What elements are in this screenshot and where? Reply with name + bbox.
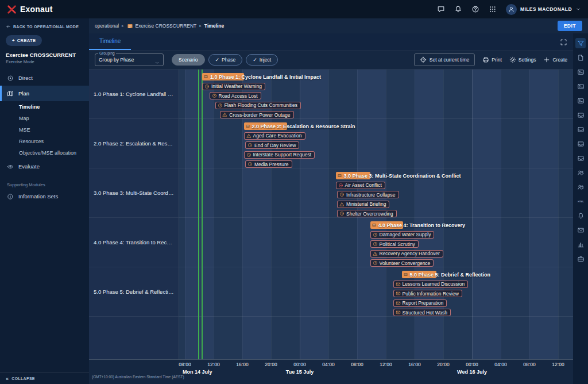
mail-icon <box>396 282 401 287</box>
rail-tray-icon[interactable] <box>575 110 586 120</box>
app-window: Exonaut MILES MACDONALD BACK TO OPERATIO… <box>0 0 588 384</box>
clock-icon <box>373 232 378 237</box>
alert-icon <box>338 183 343 188</box>
rail-tray-icon[interactable] <box>575 153 586 163</box>
warning-icon <box>373 251 378 256</box>
back-to-operational-mode-link[interactable]: BACK TO OPERATIONAL MODE <box>0 18 89 29</box>
grouping-select[interactable]: Grouping Group by Phase <box>95 53 164 66</box>
inject-chip[interactable]: Shelter Overcrowding <box>337 210 397 217</box>
print-button[interactable]: Print <box>482 56 501 63</box>
fullscreen-icon[interactable] <box>560 38 567 45</box>
clock-icon <box>246 152 252 158</box>
gantt-plot[interactable]: 1.0 Phase 1: Cyclone Landfall & Initial … <box>179 70 573 359</box>
inject-chip[interactable]: Interstate Support Request <box>244 151 315 159</box>
filter-chip-inject[interactable]: ✓Inject <box>246 54 278 66</box>
sidebar-item-direct[interactable]: Direct <box>0 70 89 86</box>
breadcrumb-exercise[interactable]: Exercise CROSSCURRENT <box>127 23 197 29</box>
filter-chip-scenario[interactable]: Scenario <box>172 54 205 66</box>
inject-chip[interactable]: Ministerial Briefing <box>337 201 389 208</box>
timeline-toolbar: Grouping Group by Phase Scenario✓Phase✓I… <box>89 51 573 69</box>
breadcrumb-separator: ▸ <box>122 24 124 28</box>
inject-chip[interactable]: Lessons Learned Discussion <box>393 281 469 288</box>
collapse-button[interactable]: « COLLAPSE <box>0 373 89 384</box>
inject-chip[interactable]: Public Information Review <box>393 290 462 297</box>
inject-chip[interactable]: Air Asset Conflict <box>336 182 385 189</box>
timezone-note: (GMT+10:00) Australian Eastern Standard … <box>92 375 184 379</box>
info-icon <box>7 193 14 200</box>
inject-chip[interactable]: Recovery Agency Handover <box>370 250 443 258</box>
edit-button[interactable]: EDIT <box>558 21 582 31</box>
inject-chip[interactable]: Political Scrutiny <box>370 240 419 248</box>
plus-icon <box>543 56 550 63</box>
back-label: BACK TO OPERATIONAL MODE <box>13 25 79 29</box>
phase-bar[interactable]: 5.0 Phase 5: Debrief & Reflection <box>402 271 436 278</box>
rail-mail-icon[interactable] <box>575 225 586 235</box>
sidebar-item-resources[interactable]: Resources <box>0 136 89 147</box>
time-axis-labels: 08:0012:0016:0020:0000:0004:0008:0012:00… <box>179 360 573 384</box>
inject-chip[interactable]: Media Pressure <box>245 160 292 168</box>
inject-chip[interactable]: Infrastructure Collapse <box>337 191 399 198</box>
rail-users-icon[interactable] <box>575 182 586 192</box>
phase-bar[interactable]: 1.0 Phase 1: Cyclone Landfall & Initial … <box>202 73 244 80</box>
gantt-row-label: 2.0 Phase 2: Escalation & Resource Strai… <box>89 119 179 168</box>
rail-html-icon[interactable]: HTML <box>575 196 586 206</box>
help-icon[interactable] <box>471 5 479 13</box>
sidebar-item-mse[interactable]: MSE <box>0 124 89 136</box>
clock-icon <box>212 93 217 98</box>
user-menu[interactable]: MILES MACDONALD <box>506 4 581 15</box>
inject-chip[interactable]: Cross-border Power Outage <box>220 111 293 118</box>
phase-bar[interactable]: 2.0 Phase 2: Escalation & Resource Strai… <box>244 122 287 130</box>
inject-chip[interactable]: Flash Flooding Cuts Communities <box>215 102 301 109</box>
sidebar-item-timeline[interactable]: Timeline <box>0 101 89 113</box>
target-icon <box>7 75 14 82</box>
axis-tick-label: 08:00 <box>179 362 191 367</box>
rail-chart-icon[interactable] <box>575 239 586 249</box>
sidebar-item-map[interactable]: Map <box>0 113 89 124</box>
inject-chip[interactable]: Road Access Lost <box>210 92 261 99</box>
filter-chip-phase[interactable]: ✓Phase <box>208 54 243 66</box>
rail-filter-icon[interactable] <box>575 38 586 48</box>
inject-chip[interactable]: End of Day Review <box>245 141 299 149</box>
set-at-current-time-button[interactable]: Set at current time <box>414 53 475 66</box>
chat-icon[interactable] <box>437 5 445 13</box>
rail-card-icon[interactable] <box>575 67 586 77</box>
apps-icon[interactable] <box>489 5 497 13</box>
sidebar-item-objective-mse-allocation[interactable]: Objective/MSE allocation <box>0 147 89 159</box>
inject-chip[interactable]: Damaged Water Supply <box>370 231 435 239</box>
inject-chip[interactable]: Volunteer Convergence <box>370 259 434 267</box>
inject-chip[interactable]: Structured Hot Wash <box>393 309 451 316</box>
gantt-row <box>179 119 573 168</box>
sidebar-item-evaluate[interactable]: Evaluate <box>0 159 89 174</box>
clock-icon <box>204 84 210 89</box>
mail-icon <box>396 291 401 296</box>
rail-users-icon[interactable] <box>575 167 586 178</box>
tab-bar: Timeline <box>89 33 573 51</box>
rail-card-icon[interactable] <box>575 81 586 91</box>
sidebar-item-plan[interactable]: Plan <box>0 86 89 101</box>
exonaut-logo[interactable]: Exonaut <box>7 5 53 14</box>
rail-file-icon[interactable] <box>575 52 586 63</box>
bell-icon[interactable] <box>454 5 462 13</box>
phase-bar[interactable]: 4.0 Phase 4: Transition to Recovery <box>370 221 404 229</box>
supporting-modules-items: Information Sets <box>0 189 89 204</box>
rail-tray-icon[interactable] <box>575 124 586 135</box>
settings-button[interactable]: Settings <box>509 56 536 63</box>
sidebar-create-button[interactable]: + CREATE <box>6 35 42 46</box>
tab-timeline[interactable]: Timeline <box>89 33 131 50</box>
breadcrumb-operational[interactable]: operational <box>95 23 119 29</box>
inject-chip[interactable]: Initial Weather Warning <box>202 83 265 90</box>
inject-chip[interactable]: Aged Care Evacuation <box>244 132 305 140</box>
rail-briefcase-icon[interactable] <box>575 254 586 264</box>
sidebar-item-information-sets[interactable]: Information Sets <box>0 189 89 204</box>
exonaut-logo-icon <box>7 5 17 14</box>
rail-bell-icon[interactable] <box>575 210 586 221</box>
rail-tray-icon[interactable] <box>575 139 586 149</box>
create-inject-button[interactable]: Create <box>543 56 567 63</box>
phase-bar[interactable]: 3.0 Phase 3: Multi-State Coordination & … <box>336 172 370 179</box>
phase-icon <box>203 74 208 79</box>
inject-chip[interactable]: Report Preparation <box>393 299 447 307</box>
axis-tick-label: 12:00 <box>552 362 564 367</box>
rail-card-icon[interactable] <box>575 95 586 106</box>
clock-icon <box>339 192 345 197</box>
gantt-row-label: 4.0 Phase 4: Transition to Recovery <box>89 218 179 267</box>
